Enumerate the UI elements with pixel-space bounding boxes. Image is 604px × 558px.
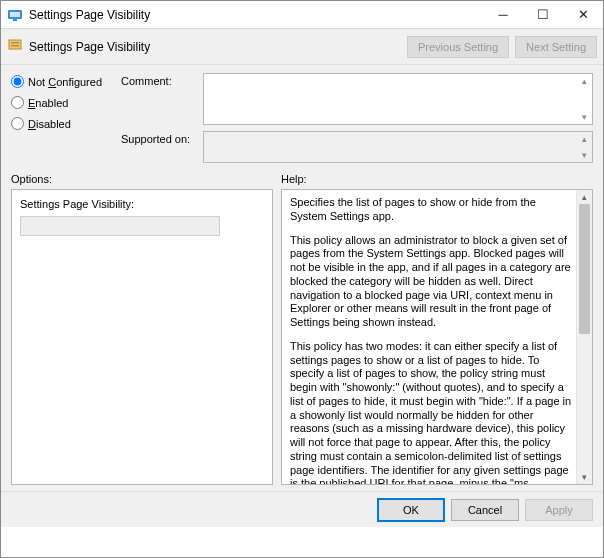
supported-display: ▴ ▾	[203, 131, 593, 163]
titlebar: Settings Page Visibility ─ ☐ ✕	[1, 1, 603, 29]
policy-title: Settings Page Visibility	[29, 40, 401, 54]
options-field-input[interactable]	[20, 216, 220, 236]
section-labels: Options: Help:	[1, 167, 603, 187]
options-field-label: Settings Page Visibility:	[20, 198, 264, 210]
help-text: Specifies the list of pages to show or h…	[282, 190, 576, 484]
scroll-up-icon[interactable]: ▴	[576, 132, 592, 146]
supported-label: Supported on:	[121, 131, 199, 145]
radio-not-configured-input[interactable]	[11, 75, 24, 88]
svg-rect-3	[9, 40, 21, 49]
scroll-down-icon[interactable]: ▾	[577, 470, 592, 484]
radio-enabled-input[interactable]	[11, 96, 24, 109]
options-panel: Settings Page Visibility:	[11, 189, 273, 485]
window-title: Settings Page Visibility	[29, 8, 483, 22]
scroll-up-icon[interactable]: ▴	[577, 190, 592, 204]
help-paragraph: This policy allows an administrator to b…	[290, 234, 572, 330]
previous-setting-button[interactable]: Previous Setting	[407, 36, 509, 58]
cancel-button[interactable]: Cancel	[451, 499, 519, 521]
scroll-down-icon[interactable]: ▾	[576, 110, 592, 124]
maximize-button[interactable]: ☐	[523, 1, 563, 28]
svg-rect-4	[11, 42, 19, 44]
config-area: Not Configured Enabled Disabled Comment:…	[1, 65, 603, 167]
help-paragraph: Specifies the list of pages to show or h…	[290, 196, 572, 224]
ok-button[interactable]: OK	[377, 498, 445, 522]
radio-disabled-input[interactable]	[11, 117, 24, 130]
scroll-down-icon[interactable]: ▾	[576, 148, 592, 162]
fields: Comment: ▴ ▾ Supported on: ▴ ▾	[121, 73, 593, 163]
comment-row: Comment: ▴ ▾	[121, 73, 593, 125]
radio-disabled[interactable]: Disabled	[11, 117, 121, 130]
minimize-button[interactable]: ─	[483, 1, 523, 28]
window-controls: ─ ☐ ✕	[483, 1, 603, 28]
comment-scrollbar[interactable]: ▴ ▾	[576, 74, 592, 124]
help-panel: Specifies the list of pages to show or h…	[281, 189, 593, 485]
scroll-up-icon[interactable]: ▴	[576, 74, 592, 88]
dialog-buttons: OK Cancel Apply	[1, 491, 603, 527]
lower-panels: Settings Page Visibility: Specifies the …	[1, 187, 603, 491]
policy-icon	[7, 38, 23, 56]
supported-scrollbar[interactable]: ▴ ▾	[576, 132, 592, 162]
comment-input[interactable]: ▴ ▾	[203, 73, 593, 125]
close-button[interactable]: ✕	[563, 1, 603, 28]
help-scrollbar[interactable]: ▴ ▾	[576, 190, 592, 484]
radio-not-configured[interactable]: Not Configured	[11, 75, 121, 88]
radio-enabled-label: Enabled	[28, 97, 68, 109]
svg-rect-5	[11, 45, 19, 47]
svg-rect-2	[13, 19, 17, 21]
help-paragraph: This policy has two modes: it can either…	[290, 340, 572, 484]
app-icon	[7, 7, 23, 23]
svg-rect-1	[10, 12, 20, 17]
supported-row: Supported on: ▴ ▾	[121, 131, 593, 163]
radio-enabled[interactable]: Enabled	[11, 96, 121, 109]
options-heading: Options:	[11, 173, 281, 185]
radio-not-configured-label: Not Configured	[28, 76, 102, 88]
comment-label: Comment:	[121, 73, 199, 87]
scroll-thumb[interactable]	[579, 204, 590, 334]
apply-button[interactable]: Apply	[525, 499, 593, 521]
radio-disabled-label: Disabled	[28, 118, 71, 130]
help-heading: Help:	[281, 173, 307, 185]
state-radios: Not Configured Enabled Disabled	[11, 73, 121, 163]
subheader: Settings Page Visibility Previous Settin…	[1, 29, 603, 65]
next-setting-button[interactable]: Next Setting	[515, 36, 597, 58]
